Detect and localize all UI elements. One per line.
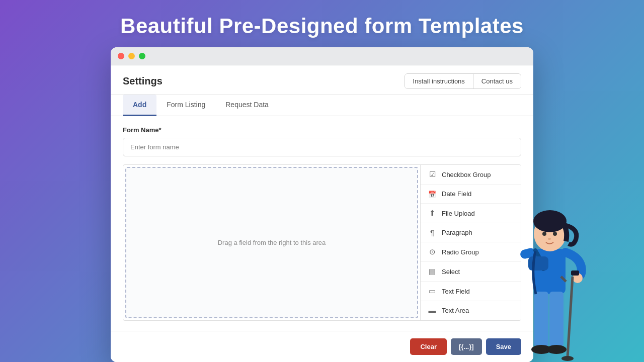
action-bar: Clear [{...}] Save: [111, 331, 533, 362]
settings-header: Settings Install instructions Contact us: [111, 65, 533, 95]
select-icon: [428, 267, 437, 276]
tab-request-data[interactable]: Request Data: [215, 95, 279, 116]
tabs-bar: Add Form Listing Request Data: [111, 95, 533, 116]
field-label-checkbox-group: Checkbox Group: [442, 171, 491, 178]
field-label-date-field: Date Field: [442, 190, 471, 198]
field-item-paragraph[interactable]: Paragraph: [421, 223, 521, 242]
tab-add[interactable]: Add: [123, 95, 156, 116]
field-item-radio-group[interactable]: Radio Group: [421, 242, 521, 262]
field-item-date-field[interactable]: Date Field: [421, 185, 521, 204]
field-item-select[interactable]: Select: [421, 262, 521, 282]
json-button[interactable]: [{...}]: [451, 338, 482, 355]
window-dot-green[interactable]: [139, 53, 145, 59]
form-name-label: Form Name*: [123, 126, 521, 134]
window-titlebar: [111, 47, 533, 65]
textfield-icon: [428, 287, 437, 296]
paragraph-icon: [428, 228, 437, 237]
builder-area: Drag a field from the right to this area…: [123, 164, 521, 321]
field-label-text-area: Text Area: [442, 307, 469, 314]
textarea-icon: [428, 306, 437, 315]
drop-zone: Drag a field from the right to this area: [125, 167, 418, 318]
svg-rect-12: [534, 292, 548, 347]
character-illustration: [513, 171, 594, 362]
install-instructions-button[interactable]: Install instructions: [405, 74, 473, 88]
form-name-input[interactable]: [123, 138, 521, 156]
field-item-file-upload[interactable]: File Upload: [421, 204, 521, 223]
svg-point-15: [546, 345, 567, 354]
checkbox-icon: [428, 170, 437, 179]
window-dot-red[interactable]: [118, 53, 124, 59]
page-title: Beautiful Pre-Designed form Templates: [120, 14, 524, 38]
window-dot-yellow[interactable]: [128, 53, 135, 59]
settings-container: Settings Install instructions Contact us…: [111, 65, 533, 362]
clear-button[interactable]: Clear: [410, 338, 447, 355]
svg-point-4: [553, 232, 557, 236]
upload-icon: [428, 209, 437, 218]
field-item-checkbox-group[interactable]: Checkbox Group: [421, 165, 521, 185]
svg-rect-7: [528, 256, 548, 270]
field-panel: Checkbox Group Date Field File Upload Pa…: [420, 165, 521, 320]
svg-rect-16: [571, 270, 579, 276]
svg-rect-13: [549, 292, 564, 347]
settings-title: Settings: [123, 75, 163, 87]
field-label-select: Select: [442, 268, 460, 276]
svg-line-9: [568, 277, 573, 357]
field-item-text-field[interactable]: Text Field: [421, 282, 521, 301]
radio-icon: [428, 247, 437, 256]
svg-point-3: [542, 232, 546, 236]
header-buttons: Install instructions Contact us: [405, 73, 521, 89]
app-window: Settings Install instructions Contact us…: [111, 47, 533, 362]
field-label-file-upload: File Upload: [442, 210, 475, 217]
tab-form-listing[interactable]: Form Listing: [156, 95, 215, 116]
svg-point-11: [561, 356, 574, 361]
field-item-text-area[interactable]: Text Area: [421, 301, 521, 320]
date-icon: [428, 190, 437, 198]
field-label-paragraph: Paragraph: [442, 229, 472, 236]
drop-hint-text: Drag a field from the right to this area: [218, 239, 326, 246]
contact-us-button[interactable]: Contact us: [473, 74, 521, 88]
form-area: Form Name* Drag a field from the right t…: [111, 116, 533, 331]
field-label-text-field: Text Field: [442, 288, 470, 295]
field-label-radio-group: Radio Group: [442, 248, 479, 256]
svg-point-5: [548, 238, 551, 240]
